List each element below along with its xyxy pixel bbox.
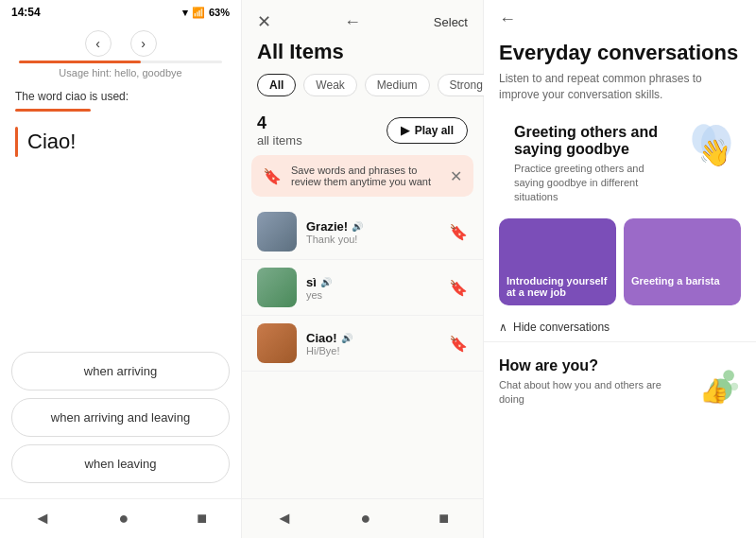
right-header: ←: [484, 0, 756, 35]
right-back-button[interactable]: ←: [499, 9, 516, 28]
right-title: Everyday conversations: [484, 35, 756, 71]
audio-icon-grazie[interactable]: 🔊: [352, 221, 363, 232]
home-nav-icon[interactable]: ●: [119, 509, 129, 529]
vocab-thumb-img-grazie: [257, 212, 297, 252]
battery-label: 63%: [209, 7, 230, 18]
right-subtitle: Listen to and repeat common phrases to i…: [484, 71, 756, 113]
hide-conversations-label: Hide conversations: [513, 321, 610, 334]
vocab-item-grazie[interactable]: Grazie! 🔊 Thank you! 🔖: [242, 204, 483, 260]
filter-row: All Weak Medium Strong: [242, 74, 483, 106]
usage-hint-value: hello, goodbye: [114, 67, 182, 78]
bookmark-grazie[interactable]: 🔖: [449, 223, 468, 241]
all-items-title: All Items: [242, 40, 483, 74]
svg-point-6: [730, 382, 738, 390]
word-usage-text: The word ciao is used:: [0, 82, 241, 107]
usage-hint: Usage hint: hello, goodbye: [0, 63, 241, 82]
signal-icon: 📶: [192, 7, 205, 19]
vocab-thumb-ciao: [257, 323, 297, 363]
home-nav-icon-m[interactable]: ●: [361, 509, 371, 529]
vocab-thumb-img-ciao: [257, 323, 297, 363]
vocab-info-ciao: Ciao! 🔊 Hi/Bye!: [306, 331, 439, 356]
vocab-thumb-grazie: [257, 212, 297, 252]
save-prompt-text: Save words and phrases to review them an…: [291, 165, 440, 187]
vocab-word-ciao: Ciao! 🔊: [306, 331, 439, 345]
forward-button[interactable]: ›: [130, 30, 157, 57]
back-button[interactable]: ‹: [85, 30, 112, 57]
conv-card-barista[interactable]: Greeting a barista: [624, 218, 741, 305]
greeting-description: Practice greeting others and saying good…: [499, 162, 675, 213]
status-bar: 14:54 ▾ 📶 63%: [0, 0, 241, 25]
greeting-title-block: Greeting others and saying goodbye Pract…: [499, 118, 675, 213]
ciao-word: Ciao!: [27, 130, 76, 154]
save-prompt-banner: 🔖 Save words and phrases to review them …: [251, 155, 473, 197]
vocab-item-si[interactable]: sì 🔊 yes 🔖: [242, 260, 483, 316]
play-all-button[interactable]: ▶ Play all: [387, 117, 468, 144]
conversation-cards: Introducing yourself at a new job Greeti…: [484, 218, 756, 315]
option-when-arriving[interactable]: when arriving: [11, 352, 230, 390]
vocab-thumb-img-si: [257, 268, 297, 307]
vocab-info-grazie: Grazie! 🔊 Thank you!: [306, 219, 439, 245]
svg-text:👍: 👍: [699, 376, 730, 406]
bottom-nav-left: ◄ ● ■: [0, 498, 241, 538]
bottom-nav-middle: ◄ ● ■: [242, 498, 483, 538]
filter-all[interactable]: All: [257, 74, 296, 96]
option-when-arriving-leaving[interactable]: when arriving and leaving: [11, 398, 230, 437]
vocab-word-si: sì 🔊: [306, 275, 439, 289]
ciao-section: Ciao!: [0, 119, 241, 165]
status-icons: ▾ 📶 63%: [182, 7, 230, 19]
vocab-thumb-si: [257, 268, 297, 307]
close-button[interactable]: ✕: [257, 11, 271, 32]
vocab-list: Grazie! 🔊 Thank you! 🔖 sì 🔊 yes 🔖: [242, 204, 483, 498]
save-prompt-close-button[interactable]: ✕: [450, 167, 462, 185]
vocab-translation-ciao: Hi/Bye!: [306, 345, 439, 356]
audio-icon-si[interactable]: 🔊: [320, 277, 332, 287]
vocab-word-grazie: Grazie! 🔊: [306, 219, 439, 234]
items-count-label: all items: [257, 133, 302, 148]
vocab-translation-si: yes: [306, 289, 439, 301]
bookmark-si[interactable]: 🔖: [449, 279, 468, 297]
filter-weak[interactable]: Weak: [303, 74, 356, 96]
vocab-info-si: sì 🔊 yes: [306, 275, 439, 301]
greeting-title: Greeting others and saying goodbye: [499, 118, 675, 162]
usage-hint-label: Usage hint:: [59, 67, 112, 78]
recent-nav-icon-m[interactable]: ■: [438, 509, 449, 529]
how-are-you-section: How are you? Chat about how you and othe…: [484, 350, 756, 414]
items-count-info: 4 all items: [257, 113, 302, 148]
option-when-leaving[interactable]: when leaving: [11, 444, 230, 483]
back-icon: ‹: [95, 36, 100, 51]
panel-right: ← Everyday conversations Listen to and r…: [484, 0, 756, 538]
select-button[interactable]: Select: [434, 15, 468, 29]
status-time: 14:54: [11, 6, 41, 19]
vocab-item-ciao[interactable]: Ciao! 🔊 Hi/Bye! 🔖: [242, 316, 483, 372]
back-nav-icon[interactable]: ◄: [34, 509, 51, 529]
nav-arrows: ‹ ›: [0, 25, 241, 61]
hide-conversations-button[interactable]: ∧ Hide conversations: [484, 315, 756, 341]
filter-medium[interactable]: Medium: [365, 74, 430, 96]
hand-wave-icon: 👋: [675, 118, 741, 184]
bookmark-prompt-icon: 🔖: [263, 167, 282, 185]
how-text-block: How are you? Chat about how you and othe…: [499, 357, 685, 408]
wifi-icon: ▾: [182, 7, 188, 19]
panel-left: 14:54 ▾ 📶 63% ‹ › Usage hint: hello, goo…: [0, 0, 242, 538]
svg-text:👋: 👋: [698, 136, 731, 167]
options-section: when arriving when arriving and leaving …: [0, 352, 241, 498]
bookmark-ciao[interactable]: 🔖: [449, 335, 468, 353]
thumbs-up-icon: 👍: [685, 357, 741, 414]
conv-card-job[interactable]: Introducing yourself at a new job: [499, 218, 616, 305]
items-count-number: 4: [257, 113, 302, 133]
vocab-translation-grazie: Thank you!: [306, 234, 439, 245]
play-icon: ▶: [401, 124, 409, 137]
how-title: How are you?: [499, 357, 685, 374]
word-highlight-bar: [15, 109, 91, 112]
items-count-bar: 4 all items ▶ Play all: [242, 106, 483, 155]
forward-icon: ›: [141, 36, 146, 51]
panel-middle: ✕ ← Select All Items All Weak Medium Str…: [242, 0, 484, 538]
back-nav-icon-m[interactable]: ◄: [276, 509, 293, 529]
middle-header: ✕ ← Select: [242, 0, 483, 40]
chevron-up-icon: ∧: [499, 321, 507, 334]
recent-nav-icon[interactable]: ■: [197, 509, 207, 529]
greeting-section-header: Greeting others and saying goodbye Pract…: [484, 113, 756, 218]
audio-icon-ciao[interactable]: 🔊: [341, 333, 352, 343]
orange-accent-line: [15, 127, 18, 157]
middle-back-button[interactable]: ←: [344, 12, 361, 32]
